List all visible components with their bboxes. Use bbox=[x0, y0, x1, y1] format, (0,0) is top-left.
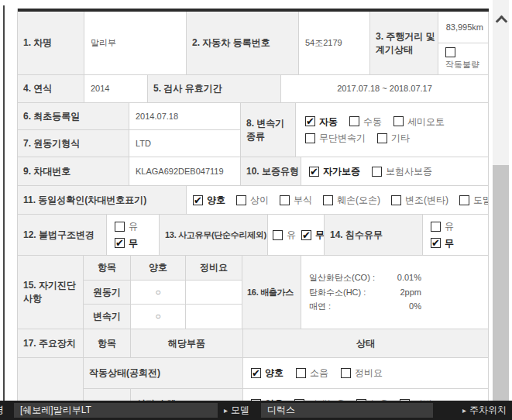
checkbox-label: 훼손(오손) bbox=[337, 194, 380, 206]
field-label-self-diagnosis: 15. 자기진단 사항 bbox=[18, 256, 84, 329]
field-label-year: 4. 연식 bbox=[18, 75, 84, 103]
checkbox-option[interactable]: 유 bbox=[431, 220, 454, 232]
self-diag-row-transmission: 변속기 bbox=[84, 305, 131, 329]
checkbox-checked-icon[interactable]: ✔ bbox=[193, 195, 203, 205]
major-devices-col-part: 해당부품 bbox=[131, 329, 243, 358]
self-diag-engine-good: ○ bbox=[131, 281, 186, 305]
checkbox-option[interactable]: 변조(변타) bbox=[391, 194, 448, 206]
checkbox-label: 양호 bbox=[265, 367, 283, 379]
checkbox-option[interactable]: 훼손(오손) bbox=[323, 194, 380, 206]
checkbox-label: 무 bbox=[445, 237, 454, 250]
checkbox-option[interactable]: 보험사보증 bbox=[372, 165, 432, 177]
checkbox-unchecked-icon[interactable] bbox=[273, 230, 283, 240]
checkbox-checked-icon[interactable]: ✔ bbox=[309, 167, 319, 177]
checkbox-label: 소음 bbox=[310, 367, 328, 379]
field-label-idle-state: 작동상태(공회전) bbox=[84, 358, 243, 389]
checkbox-option[interactable]: 상이 bbox=[236, 194, 269, 206]
self-diag-transmission-repair bbox=[186, 305, 242, 329]
checkbox-unchecked-icon[interactable] bbox=[305, 133, 315, 143]
checkbox-unchecked-icon[interactable] bbox=[296, 368, 306, 378]
checkbox-option[interactable]: ✔자가보증 bbox=[309, 165, 360, 177]
model-label[interactable]: ▸모델 bbox=[224, 403, 249, 418]
emission-co: 일산화탄소(CO) :0.01% bbox=[309, 272, 421, 284]
checkbox-option[interactable]: ✔양호 bbox=[251, 367, 283, 379]
emission-smoke: 매연 :0% bbox=[309, 301, 421, 312]
field-label-engine-type: 7. 원동기형식 bbox=[18, 130, 129, 157]
scrollbar-thumb[interactable] bbox=[493, 165, 509, 401]
field-value-first-registration: 2014.07.18 bbox=[129, 103, 241, 130]
checkbox-option[interactable]: 기타 bbox=[377, 132, 410, 144]
flood-options: 유✔무 bbox=[423, 215, 489, 256]
identity-options: ✔양호상이부식훼손(오손)변조(변타)도말 bbox=[187, 186, 489, 215]
inspection-form-table: 1. 차명 말리부 2. 자동차 등록번호 54조2179 3. 주행거리 및 … bbox=[17, 9, 489, 401]
accident-options: 유✔무 bbox=[268, 215, 325, 256]
odometer-fault-checkbox[interactable] bbox=[445, 47, 455, 57]
field-label-major-devices: 17. 주요장치 bbox=[18, 329, 84, 358]
illegal-mod-options: 유✔무 bbox=[107, 215, 160, 256]
field-value-engine-type: LTD bbox=[129, 130, 241, 157]
checkbox-checked-icon[interactable]: ✔ bbox=[431, 238, 441, 248]
checkbox-option[interactable]: 도말 bbox=[459, 194, 489, 206]
field-label-reg-no: 2. 자동차 등록번호 bbox=[187, 12, 299, 75]
checkbox-option[interactable]: ✔무 bbox=[115, 237, 138, 250]
field-label-flood: 14. 침수유무 bbox=[325, 215, 423, 256]
checkbox-option[interactable]: 유 bbox=[273, 229, 296, 241]
major-devices-group-cell bbox=[18, 358, 84, 401]
cylinder-head-options: ✔없음미세누유누유정비요 bbox=[243, 389, 489, 401]
checkbox-option[interactable]: 부식 bbox=[280, 194, 312, 206]
checkbox-unchecked-icon[interactable] bbox=[377, 133, 387, 143]
odometer-fault-label: 작동불량 bbox=[445, 59, 479, 71]
checkbox-label: 양호 bbox=[207, 194, 225, 206]
checkbox-option[interactable]: 무단변속기 bbox=[305, 132, 366, 144]
checkbox-unchecked-icon[interactable] bbox=[431, 222, 441, 232]
checkbox-checked-icon[interactable]: ✔ bbox=[115, 238, 125, 248]
checkbox-checked-icon[interactable]: ✔ bbox=[251, 368, 261, 378]
checkbox-unchecked-icon[interactable] bbox=[349, 116, 359, 126]
model-value-field[interactable]: 디럭스 bbox=[261, 403, 433, 418]
checkbox-option[interactable]: 세미오토 bbox=[393, 115, 445, 128]
emissions-values: 일산화탄소(CO) :0.01% 탄화수소(HC) :2ppm 매연 :0% bbox=[301, 256, 489, 329]
field-value-inspection-period: 2017.07.18 ~ 2018.07.17 bbox=[281, 75, 489, 103]
checkbox-unchecked-icon[interactable] bbox=[341, 368, 351, 378]
checkbox-label: 변조(변타) bbox=[405, 194, 448, 206]
checkbox-unchecked-icon[interactable] bbox=[115, 222, 125, 232]
checkbox-label: 보험사보증 bbox=[386, 165, 432, 177]
field-label-car-name: 1. 차명 bbox=[18, 12, 84, 75]
field-label-accident: 13. 사고유무(단순수리제외) bbox=[160, 215, 268, 256]
idle-state-options: ✔양호소음정비요 bbox=[243, 358, 489, 389]
checkbox-unchecked-icon[interactable] bbox=[280, 195, 290, 205]
checkbox-option[interactable]: 수동 bbox=[349, 115, 382, 128]
checkbox-unchecked-icon[interactable] bbox=[391, 195, 401, 205]
cylinder-head-item-cell bbox=[84, 389, 131, 401]
checkbox-label: 무단변속기 bbox=[319, 132, 366, 144]
checkbox-option[interactable]: 소음 bbox=[296, 367, 328, 379]
checkbox-label: 도말 bbox=[473, 194, 489, 206]
checkbox-unchecked-icon[interactable] bbox=[372, 167, 382, 177]
checkbox-option[interactable]: ✔자동 bbox=[305, 115, 338, 128]
checkbox-unchecked-icon[interactable] bbox=[393, 116, 404, 126]
checkbox-unchecked-icon[interactable] bbox=[323, 195, 333, 205]
checkbox-unchecked-icon[interactable] bbox=[459, 195, 469, 205]
checkbox-checked-icon[interactable]: ✔ bbox=[301, 230, 311, 240]
self-diag-row-engine: 원동기 bbox=[84, 281, 131, 305]
odometer-fault-option: 작동불량 bbox=[438, 43, 489, 75]
transmission-options-line1: ✔자동수동세미오토 bbox=[296, 115, 445, 128]
field-value-vin: KLAGA692DEB047119 bbox=[129, 157, 241, 186]
field-label-cylinder-head: 실린더 헤드 bbox=[131, 389, 243, 401]
checkbox-unchecked-icon[interactable] bbox=[236, 195, 246, 205]
checkbox-option[interactable]: ✔무 bbox=[431, 237, 454, 250]
checkbox-option[interactable]: 정비요 bbox=[341, 367, 383, 379]
checkbox-option[interactable]: 유 bbox=[115, 220, 138, 232]
parking-location-label[interactable]: ▸주차위치 bbox=[462, 403, 507, 418]
field-value-car-name: 말리부 bbox=[84, 12, 187, 75]
checkbox-label: 상이 bbox=[250, 194, 269, 206]
field-label-transmission: 8. 변속기 종류 bbox=[241, 103, 296, 157]
field-label-emissions: 16. 배출가스 bbox=[242, 256, 301, 329]
checkbox-option[interactable]: ✔무 bbox=[301, 229, 325, 241]
vehicle-name-field[interactable]: [쉐보레]말리부LT bbox=[14, 403, 218, 418]
checkbox-label: 자동 bbox=[319, 115, 338, 128]
field-label-warranty: 10. 보증유형 bbox=[241, 157, 301, 186]
field-label-illegal-mod: 12. 불법구조변경 bbox=[18, 215, 107, 256]
checkbox-option[interactable]: ✔양호 bbox=[193, 194, 225, 206]
checkbox-checked-icon[interactable]: ✔ bbox=[305, 116, 315, 126]
